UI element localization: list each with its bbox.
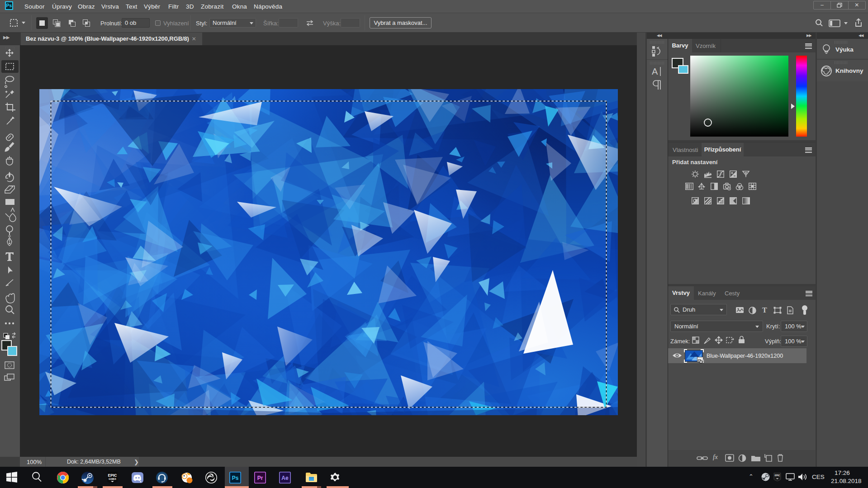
svg-text:EPIC: EPIC	[108, 473, 117, 478]
svg-text:Ae: Ae	[281, 475, 289, 481]
svg-text:A: A	[652, 66, 658, 76]
svg-text:Pr: Pr	[257, 475, 263, 481]
svg-text:GAMES: GAMES	[109, 478, 116, 480]
svg-text:Ps: Ps	[232, 475, 239, 481]
svg-text:EPIC: EPIC	[775, 474, 780, 477]
